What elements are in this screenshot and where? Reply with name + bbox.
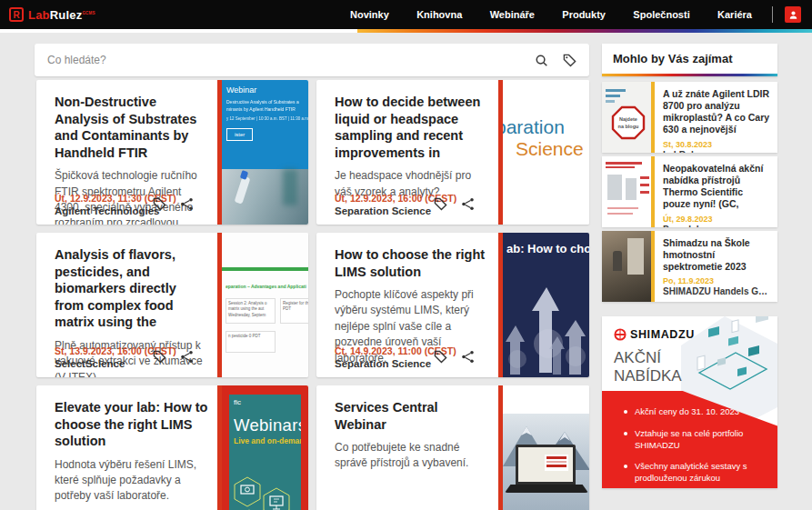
main-nav: Novinky Knihovna Webináře Produkty Spole…: [350, 9, 752, 20]
register-button: ister: [226, 128, 253, 141]
search-input[interactable]: [47, 54, 535, 66]
card-image[interactable]: eparation – Advantages and Applicati Ses…: [217, 233, 308, 377]
related-item-source: SHIMADZU Handels GmbH - or...: [663, 286, 770, 296]
shimadzu-ad-banner[interactable]: SHIMADZU AKČNÍ NABÍDKA Akční ceny do 31.…: [602, 316, 777, 488]
related-item-thermo-offer[interactable]: Neopakovatelná akční nabídka přístrojů T…: [602, 156, 777, 227]
header-divider: [772, 6, 773, 23]
share-icon[interactable]: [461, 350, 475, 364]
card-image[interactable]: [498, 385, 589, 510]
webinar-banner-label: Webinar: [226, 85, 308, 95]
bullet-dot: [624, 465, 627, 468]
card-image[interactable]: fic Webinars Live and on-demand: [217, 385, 308, 510]
webinar-card-food-matrix: Analysis of flavors, pesticides, and bio…: [36, 233, 308, 377]
nav-item-novinky[interactable]: Novinky: [350, 9, 389, 20]
spray-photo: [222, 169, 308, 225]
nav-item-knihovna[interactable]: Knihovna: [416, 9, 462, 20]
sidebar-title: Mohlo by Vás zajímat: [613, 52, 732, 65]
card-image[interactable]: paration Science: [498, 80, 589, 225]
webinars-banner: fic Webinars Live and on-demand: [222, 385, 308, 510]
banner-text-line: Destructive Analysis of Substrates a: [226, 99, 308, 106]
related-item-thumbnail: [602, 156, 655, 227]
card-image[interactable]: Webinar Destructive Analysis of Substrat…: [217, 80, 308, 225]
labrulez-logo[interactable]: R LabRulezGCMS: [9, 7, 95, 22]
webinar-card-ftir: Non-Destructive Analysis of Substrates a…: [36, 80, 308, 225]
registration-form-preview: eparation – Advantages and Applicati Ses…: [222, 233, 308, 377]
share-icon[interactable]: [180, 350, 194, 364]
card-title[interactable]: Elevate your lab: How to choose the righ…: [55, 399, 208, 450]
bullet-dot: [624, 410, 627, 414]
card-description: Co potřebujete ke snadné správě přístroj…: [335, 440, 489, 472]
card-title[interactable]: Services Central Webinar: [335, 399, 489, 433]
card-title[interactable]: Analysis of flavors, pesticides, and bio…: [55, 246, 208, 331]
laptop-photo: [503, 385, 589, 510]
related-item-thumbnail: [602, 231, 655, 302]
rainbow-gradient-bar: [357, 29, 812, 33]
tag-icon[interactable]: [153, 197, 166, 211]
related-item-date: Po, 11.9.2023: [663, 276, 770, 285]
tag-filter-icon[interactable]: [563, 54, 576, 67]
tag-icon[interactable]: [434, 350, 447, 364]
search-bar: [35, 44, 589, 76]
tag-icon[interactable]: [434, 197, 447, 211]
card-description: Hodnota výběru řešení LIMS, které splňuj…: [55, 457, 208, 505]
labrulez-logo-icon: R: [9, 7, 24, 22]
card-image[interactable]: ab: How to choo: [498, 233, 589, 377]
webinar-card-lims: How to choose the right LIMS solution Po…: [316, 233, 589, 377]
top-navigation-bar: R LabRulezGCMS Novinky Knihovna Webináře…: [0, 0, 812, 29]
ad-headline-line2: NABÍDKA: [614, 367, 777, 385]
card-title[interactable]: How to decide between liquid or headspac…: [335, 94, 489, 161]
user-account-button[interactable]: [785, 6, 801, 23]
logo-text-lab: Lab: [28, 8, 50, 22]
share-icon[interactable]: [461, 197, 475, 211]
badge-line2: na blogu: [618, 124, 639, 129]
bullet-dot: [624, 432, 627, 435]
banner-text-line: minants by Agilent Handheld FTIR: [226, 106, 308, 114]
webinar-card-services-central: Services Central Webinar Co potřebujete …: [316, 385, 589, 510]
related-item-date: Út, 29.8.2023: [663, 215, 770, 224]
separation-science-logo: paration Science: [503, 80, 589, 225]
related-item-thumbnail: Najdete na blogu: [602, 82, 655, 153]
user-icon: [788, 10, 798, 20]
logo-superscript: GCMS: [82, 10, 95, 15]
related-item-title: A už znáte Agilent LDIR 8700 pro analýzu…: [663, 88, 770, 136]
nav-item-kariera[interactable]: Kariéra: [717, 9, 752, 20]
card-title[interactable]: Non-Destructive Analysis of Substrates a…: [55, 94, 208, 161]
shimadzu-brand-name: SHIMADZU: [630, 328, 695, 341]
sidebar-header: Mohlo by Vás zajímat: [602, 44, 777, 76]
hexagon-icons: [229, 470, 301, 510]
related-item-agilent-ldir[interactable]: Najdete na blogu A už znáte Agilent LDIR…: [602, 82, 777, 153]
blog-badge: Najdete na blogu: [611, 105, 646, 140]
search-icon[interactable]: [535, 54, 548, 67]
related-item-source: Pragolab: [663, 225, 770, 228]
banner-date-line: y 12 September | 10:30 a.m. BST | 11:30 …: [226, 116, 308, 121]
arrows-banner: ab: How to choo: [503, 233, 589, 377]
related-item-title: Neopakovatelná akční nabídka přístrojů T…: [663, 163, 770, 211]
card-title[interactable]: How to choose the right LIMS solution: [335, 246, 489, 280]
nav-item-webinare[interactable]: Webináře: [490, 9, 535, 20]
badge-line1: Najdete: [619, 116, 637, 122]
related-item-date: St, 30.8.2023: [663, 140, 770, 149]
shimadzu-logo-icon: [614, 328, 627, 341]
ad-bullet: Všechny analytické sestavy s prodlouženo…: [624, 461, 770, 485]
webinar-card-headspace: How to decide between liquid or headspac…: [316, 80, 589, 225]
webinar-card-elevate-lab: Elevate your lab: How to choose the righ…: [36, 385, 308, 510]
tag-icon[interactable]: [153, 350, 166, 364]
header-accent-bar: [0, 29, 812, 33]
nav-item-produkty[interactable]: Produkty: [562, 9, 606, 20]
related-item-title: Shimadzu na Škole hmotnostní spektrometi…: [663, 237, 770, 273]
share-icon[interactable]: [180, 197, 194, 211]
ad-bullet: Vztahuje se na celé portfolio SHIMADZU: [624, 428, 770, 452]
related-item-shimadzu-skola[interactable]: Shimadzu na Škole hmotnostní spektrometi…: [602, 231, 777, 302]
nav-item-spolecnosti[interactable]: Společnosti: [633, 9, 689, 20]
ad-headline-line1: AKČNÍ: [614, 349, 777, 367]
logo-text-rulez: Rulez: [50, 8, 83, 22]
related-item-source: LabRulez: [663, 150, 770, 154]
